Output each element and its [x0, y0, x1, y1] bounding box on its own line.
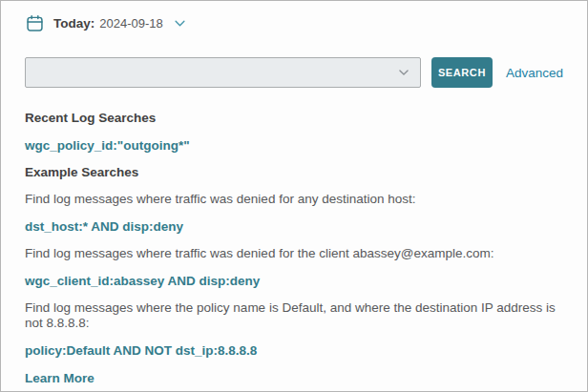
chevron-down-icon[interactable]: [173, 16, 187, 31]
example-query-link[interactable]: policy:Default AND NOT dst_ip:8.8.8.8: [25, 343, 257, 359]
example-description: Find log messages where traffic was deni…: [25, 192, 563, 207]
example-description: Find log messages where the policy name …: [25, 300, 563, 331]
example-query-link[interactable]: wgc_client_id:abassey AND disp:deny: [25, 274, 260, 289]
search-help-content: Recent Log Searches wgc_policy_id:"outgo…: [1, 88, 587, 386]
date-range-selector[interactable]: Today: 2024-09-18: [1, 1, 587, 33]
learn-more-link[interactable]: Learn More: [25, 371, 94, 386]
search-input[interactable]: [25, 57, 421, 88]
search-button[interactable]: SEARCH: [431, 57, 493, 88]
chevron-down-icon[interactable]: [397, 66, 410, 79]
example-searches-heading: Example Searches: [25, 165, 563, 180]
example-description: Find log messages where traffic was deni…: [25, 246, 563, 261]
calendar-icon: [25, 13, 45, 33]
date-range-label: Today:: [53, 16, 94, 31]
example-query-link[interactable]: dst_host:* AND disp:deny: [25, 219, 183, 235]
recent-searches-heading: Recent Log Searches: [25, 111, 563, 126]
advanced-link[interactable]: Advanced: [506, 66, 563, 80]
search-bar: SEARCH Advanced: [25, 57, 563, 88]
log-search-panel: Today: 2024-09-18 SEARCH Advanced Recent…: [0, 0, 588, 392]
recent-search-link[interactable]: wgc_policy_id:"outgoing*": [25, 138, 190, 154]
date-range-value: 2024-09-18: [99, 16, 163, 31]
